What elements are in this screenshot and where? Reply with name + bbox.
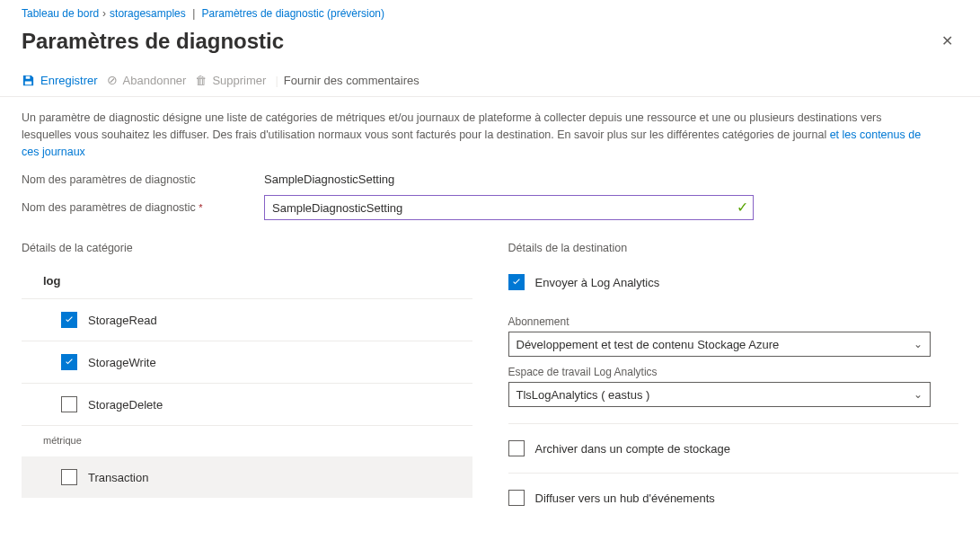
checkbox-storagewrite[interactable] [61,354,77,370]
dest-log-analytics-row[interactable]: Envoyer à Log Analytics [508,274,959,306]
subscription-label: Abonnement [508,315,959,328]
checkbox-archive[interactable] [508,440,525,456]
checkbox-storagedelete[interactable] [61,396,77,412]
log-item-storagewrite[interactable]: StorageWrite [22,341,472,384]
validation-check-icon: ✓ [737,199,748,216]
breadcrumb: Tableau de bord›storagesamples | Paramèt… [0,0,980,20]
setting-name-value: SampleDiagnosticSetting [264,173,394,186]
log-item-label: StorageRead [88,314,157,327]
dest-eventhub-row[interactable]: Diffuser vers un hub d'événements [508,490,959,522]
log-item-storagedelete[interactable]: StorageDelete [22,384,472,426]
feedback-link[interactable]: Fournir des commentaires [284,74,419,87]
log-section-label: log [22,274,472,298]
dest-archive-label: Archiver dans un compte de stockage [535,442,731,456]
setting-name-row-static: Nom des paramètres de diagnostic SampleD… [0,164,980,186]
workspace-select[interactable]: TlsLogAnalytics ( eastus ) ⌄ [508,382,931,407]
category-title: Détails de la catégorie [22,242,472,254]
save-icon [22,74,35,87]
toolbar: Enregistrer ⊘ Abandonner 🗑 Supprimer | F… [0,73,980,97]
delete-button[interactable]: 🗑 Supprimer [195,74,266,87]
page-title: Paramètres de diagnostic [22,29,284,54]
checkbox-transaction[interactable] [61,469,77,485]
required-mark: * [199,202,202,213]
discard-icon: ⊘ [107,73,118,87]
chevron-down-icon: ⌄ [914,388,923,401]
category-column: Détails de la catégorie log StorageRead … [22,242,472,522]
subscription-select[interactable]: Développement et test de contenu Stockag… [508,332,931,357]
checkbox-storageread[interactable] [61,312,77,328]
workspace-label: Espace de travail Log Analytics [508,366,959,378]
metric-item-label: Transaction [88,471,148,484]
checkbox-eventhub[interactable] [508,490,525,506]
setting-name-row-input: Nom des paramètres de diagnostic * ✓ [0,186,980,220]
chevron-down-icon: ⌄ [914,338,923,350]
destination-column: Détails de la destination Envoyer à Log … [508,242,959,522]
dest-log-analytics-label: Envoyer à Log Analytics [535,276,660,289]
page-header: Paramètres de diagnostic ✕ [0,20,980,73]
breadcrumb-page[interactable]: Paramètres de diagnostic (prévèrsion) [202,7,384,20]
log-item-label: StorageWrite [88,356,156,369]
breadcrumb-resource[interactable]: storagesamples [110,7,186,20]
setting-name-label-2: Nom des paramètres de diagnostic * [22,201,210,214]
dest-eventhub-label: Diffuser vers un hub d'événements [535,492,715,505]
setting-name-input[interactable] [264,195,754,220]
workspace-value: TlsLogAnalytics ( eastus ) [516,388,650,402]
log-item-storageread[interactable]: StorageRead [22,299,472,341]
destination-title: Détails de la destination [508,242,959,254]
trash-icon: 🗑 [195,74,207,87]
close-icon[interactable]: ✕ [936,27,958,55]
subscription-value: Développement et test de contenu Stockag… [516,338,780,351]
log-item-label: StorageDelete [88,398,163,412]
save-button[interactable]: Enregistrer [22,74,98,87]
description-text: Un paramètre de diagnostic désigne une l… [0,110,943,164]
metric-section-label: métrique [22,435,472,456]
dest-archive-row[interactable]: Archiver dans un compte de stockage [508,440,959,456]
metric-item-transaction[interactable]: Transaction [22,456,472,498]
discard-button[interactable]: ⊘ Abandonner [107,73,187,87]
breadcrumb-dashboard[interactable]: Tableau de bord [22,7,99,20]
setting-name-label: Nom des paramètres de diagnostic [22,173,210,186]
checkbox-log-analytics[interactable] [508,274,525,290]
